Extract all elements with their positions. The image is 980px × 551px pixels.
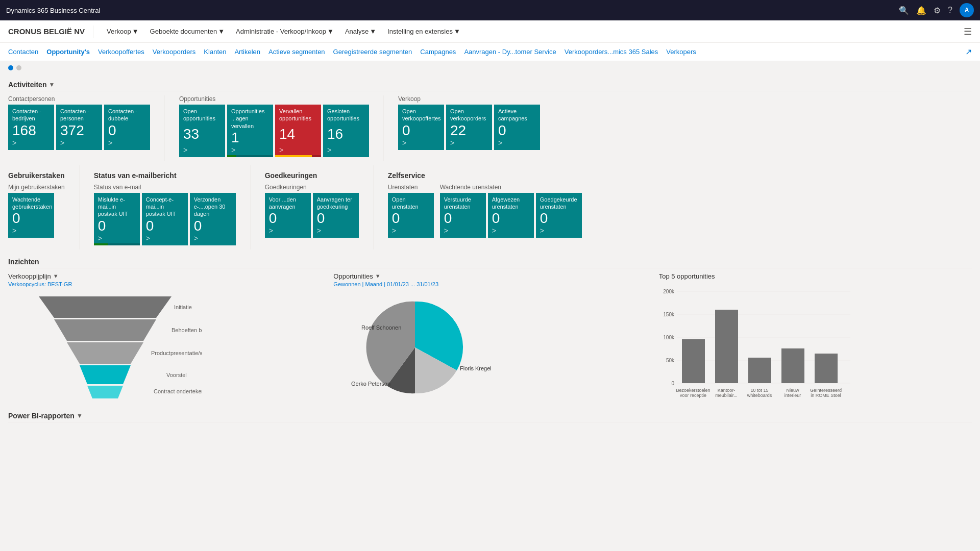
section-gebruikerstaken: Gebruikerstaken: [8, 171, 65, 182]
section-activiteiten-toggle[interactable]: ▼: [48, 81, 55, 88]
bar-chart: 200k 150k 100k 50k 0: [659, 287, 853, 399]
urenstaten-tiles: Open urenstaten 0 >: [388, 193, 434, 238]
email-sub-label: Status van e-mail: [94, 184, 236, 191]
settings-icon[interactable]: ⚙: [934, 6, 941, 15]
tile-open-opp[interactable]: Open opportunities 33 >: [179, 105, 225, 157]
bar-4: [781, 348, 804, 383]
pie-svg: Roelf Schoonen Gerko Peterson Floris Kre…: [333, 291, 497, 404]
tile-value: 0: [492, 210, 530, 227]
x-label-2: Kantoor-: [717, 388, 735, 393]
tile-open-verkooporders[interactable]: Open verkooporders 22 >: [446, 105, 492, 150]
x-label-4: Nieuw: [786, 388, 799, 393]
breadcrumb-artikelen[interactable]: Artikelen: [230, 48, 264, 56]
powerbi-toggle[interactable]: ▼: [77, 412, 83, 419]
tile-afgewezen-urenstaten[interactable]: Afgewezen urenstaten 0 >: [488, 193, 534, 238]
tile-label: Contacten - dubbele: [108, 108, 146, 122]
sep3: [79, 165, 80, 249]
breadcrumb-verkopers[interactable]: Verkopers: [662, 48, 700, 56]
breadcrumb-verkoopoffertes[interactable]: Verkoopoffertes: [94, 48, 149, 56]
breadcrumb-aanvragen[interactable]: Aanvragen - Dy...tomer Service: [460, 48, 560, 56]
help-icon[interactable]: ?: [948, 6, 952, 15]
tile-contacten-personen[interactable]: Contacten - personen 372 >: [56, 105, 102, 150]
tile-gesloten-opp[interactable]: Gesloten opportunities 16 >: [323, 105, 369, 157]
tile-arrow: >: [98, 234, 136, 242]
x-label-5b: in ROME Stoel: [811, 393, 841, 398]
breadcrumb-contacten[interactable]: Contacten: [8, 48, 42, 56]
tile-opp-vervallen[interactable]: Opportunities ...agen vervallen 1 >: [227, 105, 273, 157]
tile-actieve-campagnes[interactable]: Actieve campagnes 0 >: [494, 105, 540, 150]
tile-label: Gesloten opportunities: [327, 108, 365, 122]
main-content: Activiteiten ▼ Contactpersonen Contacten…: [0, 81, 980, 435]
tile-arrow: >: [194, 234, 232, 242]
verkooppijplijn-title: Verkooppijplijn: [8, 272, 51, 280]
tile-contacten-dubbele[interactable]: Contacten - dubbele 0 >: [104, 105, 150, 150]
verkoop-tiles: Open verkoopoffertes 0 > Open verkoopord…: [398, 105, 540, 150]
tile-value: 0: [444, 210, 482, 227]
tile-value: 0: [402, 122, 440, 139]
tile-label: Verstuurde urenstaten: [444, 196, 482, 211]
chevron-down-icon[interactable]: ▼: [375, 273, 381, 279]
navbar-item-admin[interactable]: Administratie - Verkoop/Inkoop ▼: [231, 26, 339, 37]
tile-value: 1: [231, 130, 269, 146]
expand-icon[interactable]: ↗: [965, 47, 972, 57]
tile-verstuurde-urenstaten[interactable]: Verstuurde urenstaten 0 >: [440, 193, 486, 238]
x-label-3: 10 tot 15: [750, 388, 768, 393]
search-icon[interactable]: 🔍: [899, 6, 909, 15]
navbar-divider: [93, 26, 93, 38]
tile-progress: [227, 155, 273, 157]
tile-goedgekeurde-urenstaten[interactable]: Goedgekeurde urenstaten 0 >: [536, 193, 582, 238]
chevron-down-icon: ▼: [454, 28, 460, 35]
tile-contacten-bedrijven[interactable]: Contacten - bedrijven 168 >: [8, 105, 54, 150]
inzichten-label: Inzichten: [8, 258, 39, 266]
breadcrumb-verkooporders-sales[interactable]: Verkooporders...mics 365 Sales: [560, 48, 663, 56]
x-label-1b: voor receptie: [680, 393, 706, 398]
dot-2[interactable]: [16, 65, 21, 70]
subsection-zelfservice: Zelfservice Urenstaten Open urenstaten 0…: [388, 165, 582, 249]
tile-mislukte-email[interactable]: Mislukte e-mai...in postvak UIT 0 >: [94, 193, 140, 245]
tile-progress: [275, 155, 321, 157]
opportunities-date-range[interactable]: Gewonnen | Maand | 01/01/23 ... 31/01/23: [333, 281, 438, 287]
breadcrumb-opportunities[interactable]: Opportunity's: [42, 48, 94, 56]
avatar[interactable]: A: [960, 3, 974, 17]
breadcrumb-campagnes[interactable]: Campagnes: [416, 48, 460, 56]
tile-arrow: >: [146, 234, 184, 242]
tile-label: Opportunities ...agen vervallen: [231, 108, 269, 130]
navbar-item-analyse[interactable]: Analyse ▼: [340, 26, 381, 37]
breadcrumb-verkooporders[interactable]: Verkooporders: [149, 48, 200, 56]
tile-aanvragen-goedkeuring[interactable]: Aanvragen ter goedkeuring 0 >: [313, 193, 359, 238]
tile-wachtende-taken[interactable]: Wachtende gebruikerstaken 0 >: [8, 193, 54, 238]
breadcrumb-klanten[interactable]: Klanten: [200, 48, 230, 56]
opportunities-sublabel: Gewonnen | Maand | 01/01/23 ... 31/01/23: [333, 281, 646, 287]
tile-arrow: >: [279, 146, 317, 154]
goedkeuringen-title: Goedkeuringen: [265, 171, 317, 180]
breadcrumb-actieve-segmenten[interactable]: Actieve segmenten: [264, 48, 329, 56]
tile-concept-email[interactable]: Concept-e-mai...in postvak UIT 0 >: [142, 193, 188, 245]
tile-voor-aanvragen[interactable]: Voor ...den aanvragen 0 >: [265, 193, 311, 238]
subsection-email: Status van e-mailbericht Status van e-ma…: [94, 165, 236, 249]
mijn-label: Mijn gebruikerstaken: [8, 184, 65, 191]
sep5: [373, 165, 374, 249]
tile-open-urenstaten[interactable]: Open urenstaten 0 >: [388, 193, 434, 238]
verkooppijplijn-cycle[interactable]: Verkoopcyclus: BEST-GR: [8, 281, 72, 287]
navbar-item-instelling[interactable]: Instelling en extensies ▼: [382, 26, 465, 37]
tile-arrow: >: [317, 227, 355, 235]
tile-verzonden-email[interactable]: Verzonden e-....open 30 dagen 0 >: [190, 193, 236, 245]
subsection-verkoop: Verkoop Open verkoopoffertes 0 > Open ve…: [398, 95, 540, 154]
chevron-down-icon[interactable]: ▼: [53, 273, 59, 279]
tile-open-verkoopoffertes[interactable]: Open verkoopoffertes 0 >: [398, 105, 444, 150]
y-label-150k: 150k: [663, 312, 675, 317]
breadcrumb-geregistreerde-segmenten[interactable]: Geregistreerde segmenten: [329, 48, 416, 56]
goedkeuringen-tiles: Voor ...den aanvragen 0 > Aanvragen ter …: [265, 193, 359, 238]
pie-label-floris: Floris Kregel: [460, 365, 492, 371]
tile-label: Afgewezen urenstaten: [492, 196, 530, 211]
section-activiteiten-label: Activiteiten: [8, 81, 46, 89]
opportunities-label: Opportunities: [179, 95, 369, 103]
navbar-item-geboekte[interactable]: Geboekte documenten ▼: [145, 26, 230, 37]
navbar-item-verkoop[interactable]: Verkoop ▼: [102, 26, 144, 37]
tile-value: 0: [108, 122, 146, 139]
tile-vervallen-opp[interactable]: Vervallen opportunities 14 >: [275, 105, 321, 157]
hamburger-menu[interactable]: ☰: [964, 26, 972, 37]
notification-icon[interactable]: 🔔: [916, 6, 926, 15]
dot-1[interactable]: [8, 65, 13, 70]
tile-arrow: >: [269, 227, 307, 235]
